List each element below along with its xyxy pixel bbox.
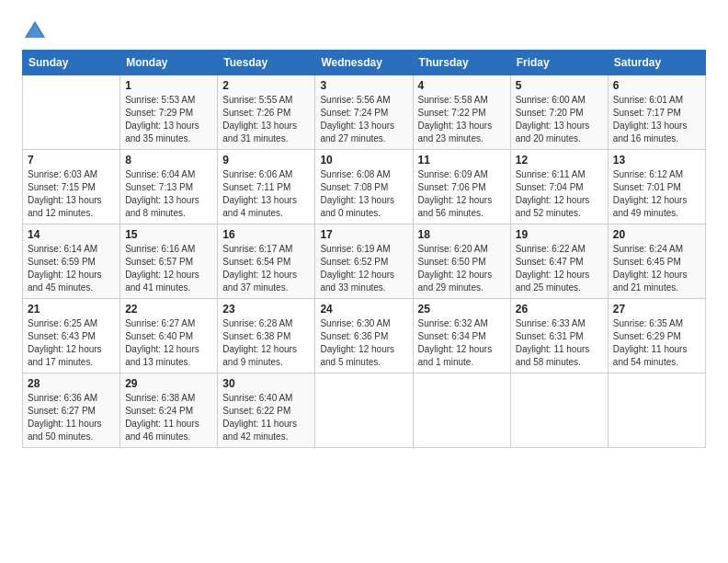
- calendar-day-2: 2Sunrise: 5:55 AMSunset: 7:26 PMDaylight…: [218, 75, 315, 150]
- day-info: Sunrise: 6:40 AMSunset: 6:22 PMDaylight:…: [222, 392, 310, 443]
- header: [22, 18, 706, 44]
- day-info: Sunrise: 6:28 AMSunset: 6:38 PMDaylight:…: [222, 317, 310, 369]
- weekday-header-sunday: Sunday: [23, 51, 120, 75]
- day-info: Sunrise: 6:11 AMSunset: 7:04 PMDaylight:…: [516, 168, 603, 220]
- day-info: Sunrise: 6:03 AMSunset: 7:15 PMDaylight:…: [28, 168, 115, 220]
- logo-icon: [22, 18, 48, 44]
- calendar-day-8: 8Sunrise: 6:04 AMSunset: 7:13 PMDaylight…: [120, 150, 218, 224]
- weekday-header-monday: Monday: [120, 51, 218, 75]
- calendar-day-22: 22Sunrise: 6:27 AMSunset: 6:40 PMDayligh…: [120, 299, 218, 373]
- day-number: 18: [418, 228, 506, 241]
- day-number: 23: [222, 303, 310, 316]
- day-info: Sunrise: 6:30 AMSunset: 6:36 PMDaylight:…: [320, 317, 407, 369]
- weekday-header-saturday: Saturday: [608, 51, 705, 75]
- day-number: 15: [125, 228, 212, 241]
- day-info: Sunrise: 6:24 AMSunset: 6:45 PMDaylight:…: [613, 243, 700, 294]
- day-info: Sunrise: 6:08 AMSunset: 7:08 PMDaylight:…: [320, 168, 407, 220]
- calendar-day-24: 24Sunrise: 6:30 AMSunset: 6:36 PMDayligh…: [315, 299, 413, 373]
- calendar-day-empty: [23, 75, 120, 150]
- day-info: Sunrise: 5:58 AMSunset: 7:22 PMDaylight:…: [418, 94, 506, 145]
- day-info: Sunrise: 6:19 AMSunset: 6:52 PMDaylight:…: [320, 243, 407, 294]
- calendar-day-7: 7Sunrise: 6:03 AMSunset: 7:15 PMDaylight…: [23, 150, 120, 224]
- day-number: 1: [125, 79, 212, 92]
- calendar-day-empty: [413, 373, 510, 448]
- day-number: 26: [516, 303, 603, 316]
- day-info: Sunrise: 6:27 AMSunset: 6:40 PMDaylight:…: [125, 317, 212, 369]
- weekday-header-thursday: Thursday: [413, 51, 510, 75]
- day-number: 24: [320, 303, 407, 316]
- day-info: Sunrise: 6:17 AMSunset: 6:54 PMDaylight:…: [222, 243, 310, 294]
- calendar-day-21: 21Sunrise: 6:25 AMSunset: 6:43 PMDayligh…: [23, 299, 120, 373]
- day-number: 20: [613, 228, 700, 241]
- day-number: 17: [320, 228, 407, 241]
- calendar-day-empty: [315, 373, 413, 448]
- calendar-day-18: 18Sunrise: 6:20 AMSunset: 6:50 PMDayligh…: [413, 224, 510, 299]
- calendar-day-20: 20Sunrise: 6:24 AMSunset: 6:45 PMDayligh…: [608, 224, 705, 299]
- calendar-day-25: 25Sunrise: 6:32 AMSunset: 6:34 PMDayligh…: [413, 299, 510, 373]
- day-number: 9: [222, 154, 310, 167]
- weekday-header-tuesday: Tuesday: [218, 51, 315, 75]
- calendar-day-23: 23Sunrise: 6:28 AMSunset: 6:38 PMDayligh…: [218, 299, 315, 373]
- calendar-day-19: 19Sunrise: 6:22 AMSunset: 6:47 PMDayligh…: [510, 224, 608, 299]
- day-info: Sunrise: 6:36 AMSunset: 6:27 PMDaylight:…: [28, 392, 115, 443]
- calendar-day-12: 12Sunrise: 6:11 AMSunset: 7:04 PMDayligh…: [510, 150, 608, 224]
- day-info: Sunrise: 5:55 AMSunset: 7:26 PMDaylight:…: [222, 94, 310, 145]
- day-info: Sunrise: 6:32 AMSunset: 6:34 PMDaylight:…: [418, 317, 506, 369]
- day-number: 5: [516, 79, 603, 92]
- day-info: Sunrise: 6:16 AMSunset: 6:57 PMDaylight:…: [125, 243, 212, 294]
- calendar-day-9: 9Sunrise: 6:06 AMSunset: 7:11 PMDaylight…: [218, 150, 315, 224]
- day-number: 14: [28, 228, 115, 241]
- day-info: Sunrise: 6:01 AMSunset: 7:17 PMDaylight:…: [613, 94, 700, 145]
- day-number: 3: [320, 79, 407, 92]
- day-number: 6: [613, 79, 700, 92]
- calendar-day-13: 13Sunrise: 6:12 AMSunset: 7:01 PMDayligh…: [608, 150, 705, 224]
- day-info: Sunrise: 6:20 AMSunset: 6:50 PMDaylight:…: [418, 243, 506, 294]
- day-number: 29: [125, 377, 212, 390]
- calendar-day-empty: [510, 373, 608, 448]
- weekday-header-friday: Friday: [510, 51, 608, 75]
- weekday-header-wednesday: Wednesday: [315, 51, 413, 75]
- calendar-day-15: 15Sunrise: 6:16 AMSunset: 6:57 PMDayligh…: [120, 224, 218, 299]
- calendar-week-row: 21Sunrise: 6:25 AMSunset: 6:43 PMDayligh…: [23, 299, 706, 373]
- day-number: 22: [125, 303, 212, 316]
- calendar-day-6: 6Sunrise: 6:01 AMSunset: 7:17 PMDaylight…: [608, 75, 705, 150]
- day-number: 4: [418, 79, 506, 92]
- calendar-table: SundayMondayTuesdayWednesdayThursdayFrid…: [22, 50, 706, 448]
- day-info: Sunrise: 6:33 AMSunset: 6:31 PMDaylight:…: [516, 317, 603, 369]
- day-info: Sunrise: 5:53 AMSunset: 7:29 PMDaylight:…: [125, 94, 212, 145]
- calendar-day-empty: [608, 373, 705, 448]
- day-info: Sunrise: 6:22 AMSunset: 6:47 PMDaylight:…: [516, 243, 603, 294]
- day-number: 2: [222, 79, 310, 92]
- day-info: Sunrise: 6:14 AMSunset: 6:59 PMDaylight:…: [28, 243, 115, 294]
- day-number: 13: [613, 154, 700, 167]
- calendar-day-30: 30Sunrise: 6:40 AMSunset: 6:22 PMDayligh…: [218, 373, 315, 448]
- calendar-day-4: 4Sunrise: 5:58 AMSunset: 7:22 PMDaylight…: [413, 75, 510, 150]
- day-number: 8: [125, 154, 212, 167]
- day-info: Sunrise: 6:12 AMSunset: 7:01 PMDaylight:…: [613, 168, 700, 220]
- logo: [22, 18, 51, 44]
- calendar-week-row: 1Sunrise: 5:53 AMSunset: 7:29 PMDaylight…: [23, 75, 706, 150]
- day-number: 7: [28, 154, 115, 167]
- day-number: 16: [222, 228, 310, 241]
- day-number: 30: [222, 377, 310, 390]
- day-number: 27: [613, 303, 700, 316]
- calendar-body: 1Sunrise: 5:53 AMSunset: 7:29 PMDaylight…: [23, 75, 706, 448]
- day-number: 21: [28, 303, 115, 316]
- day-number: 25: [418, 303, 506, 316]
- day-info: Sunrise: 6:38 AMSunset: 6:24 PMDaylight:…: [125, 392, 212, 443]
- calendar-day-29: 29Sunrise: 6:38 AMSunset: 6:24 PMDayligh…: [120, 373, 218, 448]
- calendar-week-row: 14Sunrise: 6:14 AMSunset: 6:59 PMDayligh…: [23, 224, 706, 299]
- day-number: 11: [418, 154, 506, 167]
- day-number: 12: [516, 154, 603, 167]
- day-info: Sunrise: 5:56 AMSunset: 7:24 PMDaylight:…: [320, 94, 407, 145]
- calendar-day-28: 28Sunrise: 6:36 AMSunset: 6:27 PMDayligh…: [23, 373, 120, 448]
- day-number: 28: [28, 377, 115, 390]
- calendar-day-26: 26Sunrise: 6:33 AMSunset: 6:31 PMDayligh…: [510, 299, 608, 373]
- day-info: Sunrise: 6:00 AMSunset: 7:20 PMDaylight:…: [516, 94, 603, 145]
- calendar-day-1: 1Sunrise: 5:53 AMSunset: 7:29 PMDaylight…: [120, 75, 218, 150]
- calendar-day-5: 5Sunrise: 6:00 AMSunset: 7:20 PMDaylight…: [510, 75, 608, 150]
- day-info: Sunrise: 6:35 AMSunset: 6:29 PMDaylight:…: [613, 317, 700, 369]
- calendar-day-11: 11Sunrise: 6:09 AMSunset: 7:06 PMDayligh…: [413, 150, 510, 224]
- calendar-header: SundayMondayTuesdayWednesdayThursdayFrid…: [23, 51, 706, 75]
- day-number: 19: [516, 228, 603, 241]
